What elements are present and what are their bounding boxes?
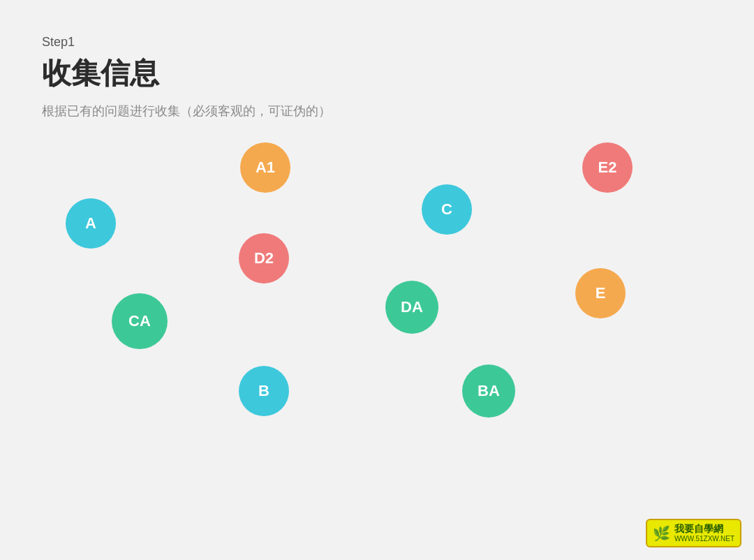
node-BA: BA — [462, 364, 515, 418]
watermark-icon: 🌿 — [653, 525, 670, 542]
watermark-url: WWW.51ZXW.NET — [674, 535, 734, 543]
node-C: C — [422, 184, 472, 235]
node-DA: DA — [385, 281, 438, 334]
page-container: Step1 收集信息 根据已有的问题进行收集（必须客观的，可证伪的） A1ACE… — [0, 0, 754, 560]
subtitle: 根据已有的问题进行收集（必须客观的，可证伪的） — [42, 103, 712, 119]
node-A1: A1 — [240, 142, 290, 193]
node-A: A — [66, 198, 116, 249]
node-B: B — [239, 366, 289, 416]
watermark-text: 我要自學網 WWW.51ZXW.NET — [674, 523, 734, 543]
node-E2: E2 — [582, 142, 633, 193]
step-label: Step1 — [42, 35, 712, 50]
diagram-area: A1ACE2D2CADAEBBA — [0, 154, 754, 517]
watermark: 🌿 我要自學網 WWW.51ZXW.NET — [646, 519, 741, 547]
node-E: E — [575, 268, 626, 318]
node-CA: CA — [112, 293, 168, 349]
node-D2: D2 — [239, 233, 289, 283]
page-title: 收集信息 — [42, 54, 712, 93]
watermark-main: 我要自學網 — [674, 523, 734, 535]
